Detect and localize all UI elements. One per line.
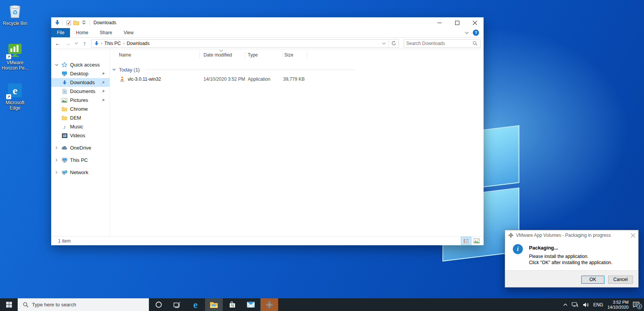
- column-header-type[interactable]: Type: [248, 52, 258, 58]
- dialog-title-bar: VMware App Volumes - Packaging in progre…: [505, 230, 638, 240]
- sidebar-item-downloads[interactable]: Downloads: [51, 78, 110, 87]
- sidebar-item-dem[interactable]: DEM: [51, 113, 110, 122]
- taskbar-cortana-button[interactable]: [150, 298, 167, 311]
- help-icon[interactable]: ?: [473, 30, 479, 36]
- column-header-name[interactable]: Name: [119, 52, 131, 58]
- start-button[interactable]: [0, 298, 18, 311]
- sidebar-item-desktop[interactable]: Desktop: [51, 69, 110, 78]
- pin-icon: [101, 90, 105, 93]
- separator: [90, 20, 90, 25]
- desktop-icon-label: Horizon Pe...: [0, 65, 30, 71]
- group-divider-line: [145, 70, 355, 70]
- sidebar-item-documents[interactable]: Documents: [51, 87, 110, 96]
- downloads-window-icon: [54, 20, 60, 26]
- shortcut-arrow-icon: ↗: [6, 94, 11, 99]
- tab-share[interactable]: Share: [94, 28, 118, 37]
- language-indicator[interactable]: ENG: [593, 302, 603, 308]
- volume-icon[interactable]: [583, 302, 589, 308]
- sidebar-item-this-pc[interactable]: This PC: [51, 156, 110, 165]
- chevron-down-icon[interactable]: [53, 64, 60, 66]
- window-title: Downloads: [93, 20, 116, 25]
- search-icon: [473, 41, 477, 46]
- sidebar-item-pictures[interactable]: Pictures: [51, 96, 110, 105]
- location-icon: [94, 41, 99, 46]
- search-input[interactable]: [404, 41, 473, 46]
- sidebar-item-onedrive[interactable]: OneDrive: [51, 143, 110, 152]
- desktop: { "colors": { "accent": "#0078d7", "file…: [0, 0, 644, 311]
- clock-date: 14/10/2020: [607, 305, 629, 310]
- sidebar-item-quick-access[interactable]: Quick access: [51, 60, 110, 69]
- cancel-button[interactable]: Cancel: [608, 276, 633, 284]
- file-explorer-window: Downloads File Home Share View ? ← →: [51, 17, 484, 245]
- breadcrumb-this-pc[interactable]: This PC: [102, 41, 123, 46]
- desktop-icon-vmware-horizon[interactable]: ↗ VMware Horizon Pe...: [0, 42, 30, 71]
- qat-customize-chevron[interactable]: [80, 19, 88, 27]
- chevron-right-icon[interactable]: [53, 146, 60, 150]
- info-icon: i: [513, 244, 523, 254]
- address-bar[interactable]: › This PC › Downloads: [91, 39, 399, 48]
- address-dropdown-chevron[interactable]: [379, 40, 389, 47]
- taskbar-task-view-button[interactable]: [168, 298, 186, 311]
- ok-button[interactable]: OK: [581, 276, 604, 284]
- vlc-file-icon: [119, 76, 125, 82]
- desktop-icon-microsoft-edge[interactable]: e ↗ Microsoft Edge: [0, 82, 30, 111]
- desktop-folder-icon: [61, 71, 68, 77]
- sidebar-item-network[interactable]: Network: [51, 168, 110, 177]
- large-icons-view-button[interactable]: [472, 237, 481, 244]
- documents-icon: [61, 88, 68, 95]
- maximize-button[interactable]: [448, 17, 466, 28]
- folder-icon: [61, 106, 68, 112]
- network-icon[interactable]: [572, 302, 579, 308]
- qat-new-folder-button[interactable]: [72, 19, 80, 27]
- sidebar-item-music[interactable]: ♪ Music: [51, 122, 110, 131]
- file-row-vlc[interactable]: vlc-3.0.11-win32 14/10/2020 3:52 PM Appl…: [110, 75, 341, 84]
- taskbar-mail-icon[interactable]: [242, 298, 260, 311]
- taskbar-search-input[interactable]: [32, 302, 149, 308]
- edge-icon: e ↗: [7, 82, 23, 98]
- vmware-app-volumes-icon: [508, 233, 514, 238]
- file-name: vlc-3.0.11-win32: [128, 77, 161, 82]
- desktop-icon-recycle-bin[interactable]: ♻ Recycle Bin: [0, 3, 30, 26]
- pictures-icon: [61, 97, 68, 103]
- action-center-button[interactable]: 2: [633, 302, 639, 308]
- vmware-packaging-dialog: VMware App Volumes - Packaging in progre…: [505, 230, 639, 288]
- column-header-date-modified[interactable]: Date modified: [204, 52, 232, 58]
- chevron-right-icon[interactable]: [53, 171, 60, 174]
- search-box[interactable]: [404, 39, 480, 48]
- qat-properties-button[interactable]: [65, 19, 72, 27]
- group-collapse-chevron[interactable]: [112, 68, 116, 71]
- tab-file[interactable]: File: [51, 28, 70, 37]
- chevron-right-icon[interactable]: [53, 158, 60, 162]
- dialog-close-icon[interactable]: [631, 233, 635, 238]
- taskbar-store-icon[interactable]: [224, 298, 241, 311]
- breadcrumb-downloads[interactable]: Downloads: [124, 41, 152, 46]
- taskbar-file-explorer-icon[interactable]: [205, 298, 223, 311]
- clock-time: 3:52 PM: [607, 300, 629, 305]
- back-button[interactable]: ←: [53, 38, 63, 48]
- downloads-icon: [61, 80, 68, 86]
- tray-chevron-up-icon[interactable]: [563, 303, 567, 306]
- minimize-button[interactable]: [430, 17, 448, 28]
- ribbon-expand-chevron[interactable]: [465, 32, 469, 34]
- taskbar-search-box[interactable]: [18, 298, 149, 311]
- title-bar: Downloads: [51, 17, 484, 28]
- tab-view[interactable]: View: [118, 28, 139, 37]
- forward-button[interactable]: →: [63, 38, 73, 48]
- taskbar-clock[interactable]: 3:52 PM 14/10/2020: [607, 300, 629, 310]
- vmware-horizon-icon: ↗: [7, 42, 23, 58]
- sidebar-item-videos[interactable]: Videos: [51, 131, 110, 140]
- group-header-today[interactable]: Today (1): [110, 65, 484, 74]
- notification-badge: 2: [637, 304, 642, 309]
- sidebar-item-chrome[interactable]: Chrome: [51, 105, 110, 113]
- taskbar-edge-icon[interactable]: e: [187, 298, 204, 311]
- column-header-size[interactable]: Size: [284, 52, 293, 58]
- tab-home[interactable]: Home: [70, 28, 94, 37]
- file-date-modified: 14/10/2020 3:52 PM: [204, 77, 245, 82]
- taskbar-vmware-app-volumes-icon[interactable]: [260, 298, 278, 311]
- navigation-pane: Quick access Desktop Downloads: [51, 50, 110, 236]
- refresh-icon[interactable]: [389, 40, 399, 47]
- details-view-button[interactable]: [461, 237, 471, 244]
- close-button[interactable]: [466, 17, 484, 28]
- recent-locations-chevron[interactable]: [73, 38, 80, 48]
- up-button[interactable]: ↑: [80, 38, 90, 48]
